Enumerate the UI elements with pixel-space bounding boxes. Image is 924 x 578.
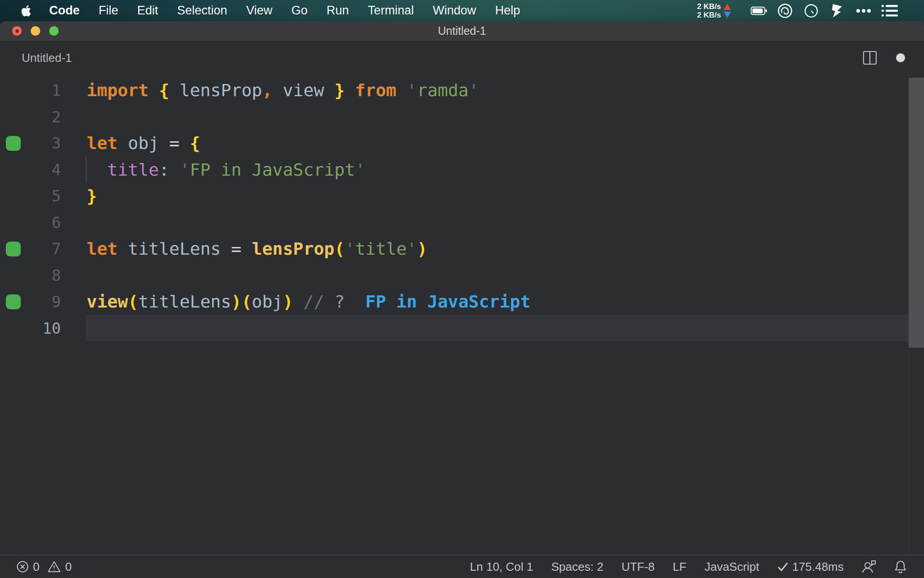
line-number[interactable]: 8: [0, 262, 61, 289]
line-number[interactable]: 5: [0, 183, 61, 210]
code-editor[interactable]: 1import { lensProp, view } from 'ramda'2…: [0, 75, 924, 555]
minimize-button[interactable]: [31, 26, 40, 36]
menubar-item-window[interactable]: Window: [423, 4, 485, 17]
notifications-bell-icon[interactable]: [894, 560, 907, 573]
menubar-item-view[interactable]: View: [237, 4, 282, 17]
code-line-5[interactable]: 5}: [0, 183, 924, 210]
code-text[interactable]: view(titleLens)(obj) // ? FP in JavaScri…: [87, 289, 531, 315]
gutter[interactable]: 5: [0, 183, 87, 210]
split-editor-icon[interactable]: [863, 51, 877, 65]
flag-icon[interactable]: [829, 3, 845, 19]
code-line-3[interactable]: 3let obj = {: [0, 130, 924, 157]
network-up-speed: 2 KB/s: [697, 2, 721, 11]
gutter[interactable]: 7: [0, 236, 87, 262]
apple-icon[interactable]: [21, 5, 32, 17]
download-arrow-icon: [724, 12, 731, 18]
code-text[interactable]: title: 'FP in JavaScript': [87, 157, 365, 183]
menubar-item-selection[interactable]: Selection: [168, 4, 237, 17]
vscode-window: Untitled-1 Untitled-1 1import { lensProp…: [0, 21, 924, 578]
line-number[interactable]: 6: [0, 210, 61, 236]
status-language-mode[interactable]: JavaScript: [704, 560, 759, 574]
check-icon: [777, 562, 788, 572]
scrollbar-thumb[interactable]: [909, 78, 924, 348]
menubar-item-terminal[interactable]: Terminal: [358, 4, 423, 17]
code-line-7[interactable]: 7let titleLens = lensProp('title'): [0, 236, 924, 262]
gutter[interactable]: 1: [0, 77, 87, 104]
quokka-coverage-indicator: [6, 136, 21, 151]
menubar-item-help[interactable]: Help: [485, 4, 530, 17]
code-line-6[interactable]: 6: [0, 210, 924, 236]
line-number[interactable]: 2: [0, 104, 61, 131]
problems-indicator[interactable]: 0 0: [16, 560, 72, 574]
status-bar: 0 0 Ln 10, Col 1Spaces: 2UTF-8LFJavaScri…: [0, 555, 924, 578]
error-icon: [16, 560, 29, 573]
list-icon[interactable]: [882, 3, 898, 19]
menubar-item-code[interactable]: Code: [40, 4, 89, 17]
network-speed-indicator[interactable]: 2 KB/s 2 KB/s: [697, 2, 731, 19]
ellipsis-icon[interactable]: [855, 3, 872, 19]
menubar-item-edit[interactable]: Edit: [128, 4, 168, 17]
code-line-8[interactable]: 8: [0, 262, 924, 289]
gutter[interactable]: 8: [0, 262, 87, 289]
code-line-4[interactable]: 4 title: 'FP in JavaScript': [0, 157, 924, 183]
code-line-10[interactable]: 10: [0, 315, 924, 342]
code-text[interactable]: }: [87, 183, 97, 210]
gutter[interactable]: 6: [0, 210, 87, 236]
code-text[interactable]: let obj = {: [87, 130, 200, 157]
code-line-9[interactable]: 9view(titleLens)(obj) // ? FP in JavaScr…: [0, 289, 924, 315]
battery-icon[interactable]: [751, 3, 767, 19]
window-titlebar: Untitled-1: [0, 21, 924, 41]
code-line-2[interactable]: 2: [0, 104, 924, 131]
line-number[interactable]: 1: [0, 77, 61, 104]
menu-bar: CodeFileEditSelectionViewGoRunTerminalWi…: [0, 0, 924, 21]
close-button[interactable]: [12, 26, 22, 36]
warning-count: 0: [65, 560, 71, 574]
gutter[interactable]: 2: [0, 104, 87, 131]
code-line-1[interactable]: 1import { lensProp, view } from 'ramda': [0, 77, 924, 104]
gutter[interactable]: 9: [0, 289, 87, 315]
scrollbar-track[interactable]: [909, 75, 924, 555]
code-text[interactable]: import { lensProp, view } from 'ramda': [87, 77, 479, 104]
error-count: 0: [33, 560, 39, 574]
line-number[interactable]: 4: [0, 157, 61, 183]
warning-icon: [47, 560, 61, 573]
feedback-icon[interactable]: [862, 560, 876, 573]
status-indentation[interactable]: Spaces: 2: [551, 560, 604, 574]
gutter[interactable]: 10: [0, 315, 87, 342]
zoom-button[interactable]: [49, 26, 59, 36]
editor-tab-bar: Untitled-1: [0, 41, 924, 75]
modified-indicator-dot: [896, 53, 905, 62]
code-text[interactable]: let titleLens = lensProp('title'): [87, 236, 427, 262]
menubar-item-file[interactable]: File: [89, 4, 128, 17]
line-number[interactable]: 10: [0, 315, 61, 342]
menubar-item-go[interactable]: Go: [282, 4, 317, 17]
status-encoding[interactable]: UTF-8: [621, 560, 655, 574]
quokka-status[interactable]: 175.48ms: [777, 560, 844, 574]
window-title: Untitled-1: [438, 24, 486, 37]
tab-untitled-1[interactable]: Untitled-1: [22, 51, 72, 65]
quokka-coverage-indicator: [6, 242, 21, 256]
upload-arrow-icon: [724, 4, 731, 10]
status-cursor-position[interactable]: Ln 10, Col 1: [470, 560, 533, 574]
gutter[interactable]: 4: [0, 157, 87, 183]
clock-icon[interactable]: [803, 3, 819, 19]
gutter[interactable]: 3: [0, 130, 87, 157]
quokka-run-time: 175.48ms: [792, 560, 844, 574]
swirl-icon[interactable]: [777, 3, 793, 19]
quokka-coverage-indicator: [6, 294, 21, 309]
menubar-item-run[interactable]: Run: [317, 4, 359, 17]
network-down-speed: 2 KB/s: [697, 11, 721, 19]
status-eol[interactable]: LF: [673, 560, 686, 574]
